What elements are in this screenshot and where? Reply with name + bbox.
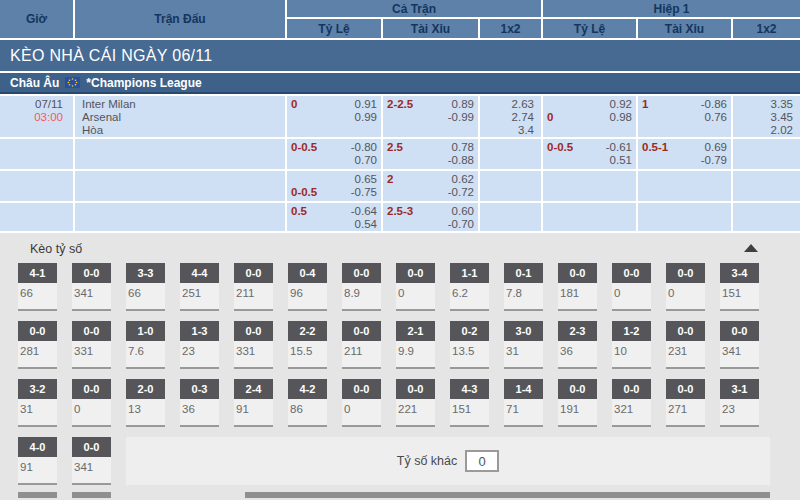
- score-bet-cell[interactable]: 0-496: [288, 263, 327, 311]
- score-bet-cell[interactable]: 3-366: [126, 263, 165, 311]
- odds-line[interactable]: 0.76: [642, 111, 727, 124]
- odds-value[interactable]: 2.02: [737, 124, 793, 137]
- odds-value[interactable]: 2.74: [484, 111, 534, 124]
- odds-value[interactable]: 2.63: [484, 98, 534, 111]
- score-box[interactable]: 0-0: [666, 321, 705, 341]
- odds-cell-half-over-under[interactable]: [638, 171, 731, 201]
- score-bet-cell[interactable]: 2-19.9: [396, 321, 435, 369]
- score-bet-cell[interactable]: 0-0341: [72, 263, 111, 311]
- odds-line[interactable]: 0.5-10.69: [642, 141, 727, 154]
- odds-cell-full-over-under[interactable]: 20.62-0.72: [383, 171, 478, 201]
- odds-cell-full-handicap[interactable]: 0.650-0.5-0.75: [287, 171, 381, 201]
- score-bet-cell[interactable]: 3-123: [720, 379, 759, 427]
- odds-line[interactable]: 00.91: [291, 98, 377, 111]
- score-box[interactable]: 4-0: [18, 437, 57, 457]
- odds-cell-half-handicap[interactable]: [543, 203, 636, 231]
- odds-line[interactable]: 0.5-0.64: [291, 205, 377, 218]
- score-bet-cell[interactable]: 1-07.6: [126, 321, 165, 369]
- score-box[interactable]: 3-3: [126, 263, 165, 283]
- odds-line[interactable]: 1-0.86: [642, 98, 727, 111]
- score-bet-cell[interactable]: 3-031: [504, 321, 543, 369]
- score-box[interactable]: 1-3: [180, 321, 219, 341]
- score-box[interactable]: 3-2: [18, 379, 57, 399]
- score-box[interactable]: 0-0: [720, 321, 759, 341]
- score-bet-cell[interactable]: 2-336: [558, 321, 597, 369]
- odds-cell-full-1x2[interactable]: [480, 203, 541, 231]
- score-bet-cell[interactable]: 0-0341: [72, 437, 111, 485]
- score-box[interactable]: 0-0: [666, 263, 705, 283]
- score-bet-cell[interactable]: 0-0191: [558, 379, 597, 427]
- score-box[interactable]: 0-0: [72, 437, 111, 457]
- odds-line[interactable]: 00.98: [547, 111, 632, 124]
- odds-cell-full-handicap[interactable]: 0-0.5-0.800.70: [287, 139, 381, 169]
- score-bet-cell[interactable]: 0-0281: [18, 321, 57, 369]
- score-bet-cell[interactable]: 1-323: [180, 321, 219, 369]
- score-box[interactable]: 3-0: [504, 321, 543, 341]
- score-box[interactable]: 1-4: [504, 379, 543, 399]
- score-bet-cell[interactable]: 1-471: [504, 379, 543, 427]
- score-box[interactable]: 2-2: [288, 321, 327, 341]
- score-box[interactable]: 0-0: [18, 321, 57, 341]
- odds-cell-full-1x2[interactable]: [480, 171, 541, 201]
- score-bet-cell[interactable]: 2-491: [234, 379, 273, 427]
- score-box[interactable]: 0-0: [666, 379, 705, 399]
- score-bet-cell[interactable]: 3-4151: [720, 263, 759, 311]
- score-box[interactable]: 1-0: [126, 321, 165, 341]
- score-box[interactable]: 0-0: [72, 379, 111, 399]
- odds-cell-half-over-under[interactable]: 1-0.860.76: [638, 96, 731, 137]
- score-box[interactable]: 2-0: [126, 379, 165, 399]
- score-box[interactable]: 0-2: [450, 321, 489, 341]
- score-box[interactable]: 2-3: [558, 321, 597, 341]
- score-bet-cell[interactable]: 0-0221: [396, 379, 435, 427]
- odds-value[interactable]: 3.4: [484, 124, 534, 137]
- odds-line[interactable]: 0.99: [291, 111, 377, 124]
- score-box[interactable]: 0-0: [558, 379, 597, 399]
- league-bar[interactable]: Châu Âu *Champions League: [0, 73, 800, 94]
- odds-line[interactable]: 0-0.5-0.80: [291, 141, 377, 154]
- score-box[interactable]: 0-0: [342, 263, 381, 283]
- score-bet-cell[interactable]: 0-213.5: [450, 321, 489, 369]
- score-box[interactable]: 0-0: [342, 379, 381, 399]
- odds-line[interactable]: -0.79: [642, 154, 727, 167]
- odds-cell-half-handicap[interactable]: 0-0.5-0.610.51: [543, 139, 636, 169]
- score-box[interactable]: 3-4: [720, 263, 759, 283]
- score-box[interactable]: 1-1: [450, 263, 489, 283]
- score-box[interactable]: 0-0: [396, 379, 435, 399]
- score-bet-cell[interactable]: 0-336: [180, 379, 219, 427]
- odds-cell-full-over-under[interactable]: 2-2.50.89-0.99: [383, 96, 478, 137]
- odds-cell-half-1x2[interactable]: 3.353.452.02: [733, 96, 800, 137]
- score-bet-cell[interactable]: 4-286: [288, 379, 327, 427]
- odds-line[interactable]: 2.50.78: [387, 141, 474, 154]
- score-box[interactable]: 1-2: [612, 321, 651, 341]
- odds-line[interactable]: 0.51: [547, 154, 632, 167]
- odds-line[interactable]: 0.92: [547, 98, 632, 111]
- score-bet-cell[interactable]: 0-0321: [612, 379, 651, 427]
- odds-line[interactable]: 0.65: [291, 173, 377, 186]
- other-score-input[interactable]: [465, 450, 499, 472]
- odds-line[interactable]: -0.70: [387, 218, 474, 231]
- score-bet-cell[interactable]: 0-0341: [720, 321, 759, 369]
- score-bet-cell[interactable]: 0-17.8: [504, 263, 543, 311]
- score-bet-cell[interactable]: 0-00: [396, 263, 435, 311]
- score-bet-cell[interactable]: 4-3151: [450, 379, 489, 427]
- odds-cell-full-handicap[interactable]: 0.5-0.640.54: [287, 203, 381, 231]
- score-box[interactable]: 4-1: [18, 263, 57, 283]
- score-box[interactable]: 0-0: [558, 263, 597, 283]
- score-bet-cell[interactable]: 0-0331: [234, 321, 273, 369]
- odds-cell-full-1x2[interactable]: 2.632.743.4: [480, 96, 541, 137]
- score-box[interactable]: 2-4: [234, 379, 273, 399]
- score-box[interactable]: 0-0: [342, 321, 381, 341]
- score-box[interactable]: 0-0: [612, 379, 651, 399]
- score-bet-cell[interactable]: 4-166: [18, 263, 57, 311]
- odds-line[interactable]: 0.54: [291, 218, 377, 231]
- chevron-up-icon[interactable]: [744, 244, 758, 252]
- odds-line[interactable]: 0-0.5-0.75: [291, 186, 377, 199]
- odds-value[interactable]: 3.35: [737, 98, 793, 111]
- score-box[interactable]: 0-1: [504, 263, 543, 283]
- score-bet-cell[interactable]: 2-215.5: [288, 321, 327, 369]
- score-bet-cell[interactable]: 0-00: [612, 263, 651, 311]
- score-box[interactable]: 4-3: [450, 379, 489, 399]
- score-bet-cell[interactable]: 3-231: [18, 379, 57, 427]
- score-box[interactable]: 4-2: [288, 379, 327, 399]
- score-box[interactable]: 3-1: [720, 379, 759, 399]
